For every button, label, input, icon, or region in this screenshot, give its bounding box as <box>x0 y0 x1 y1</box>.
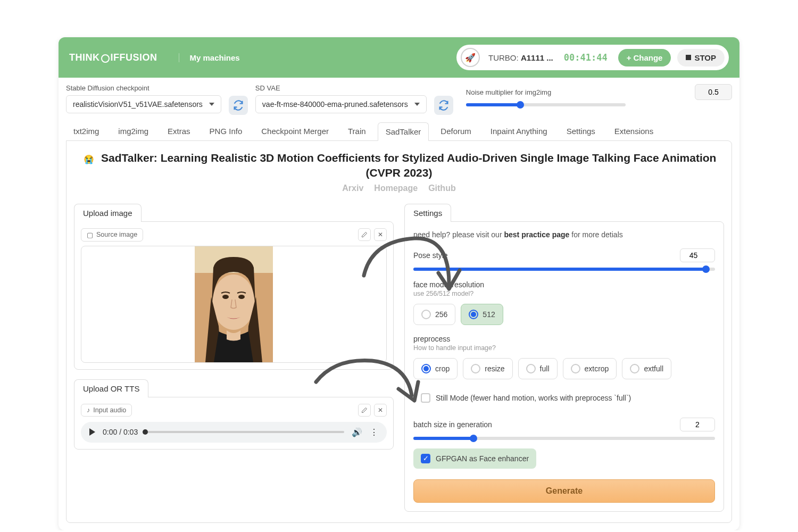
face-portrait-placeholder <box>195 246 273 362</box>
best-practice-link[interactable]: best practice page <box>504 230 569 239</box>
preprocess-radio-extfull[interactable]: extfull <box>622 358 671 379</box>
help-text: need help? please visit our best practic… <box>413 230 715 239</box>
help-prefix: need help? please visit our <box>413 230 504 239</box>
tab-sadtalker[interactable]: SadTalker <box>378 122 429 141</box>
face-res-radio-256[interactable]: 256 <box>413 304 455 325</box>
turbo-model: A1111 ... <box>521 53 553 62</box>
gfpgan-checkbox-row[interactable]: ✓ GFPGAN as Face enhancer <box>413 448 536 469</box>
turbo-label: TURBO: A1111 ... <box>488 53 553 62</box>
clear-image-button[interactable]: ✕ <box>374 228 387 241</box>
radio-label: extcrop <box>585 364 609 373</box>
noise-multiplier-input[interactable] <box>695 84 732 100</box>
change-button-label: Change <box>633 53 662 62</box>
preprocess-label: preprocess <box>413 335 715 343</box>
my-machines-link[interactable]: My machines <box>179 53 240 62</box>
logo-text-1: THINK <box>69 52 100 63</box>
stop-button-label: STOP <box>694 53 716 62</box>
preprocess-radio-crop[interactable]: crop <box>413 358 458 379</box>
image-icon: ▢ <box>87 231 93 239</box>
face-res-radio-512[interactable]: 512 <box>461 304 503 325</box>
preprocess-sublabel: How to handle input image? <box>413 344 715 352</box>
settings-tab[interactable]: Settings <box>404 204 451 222</box>
tab-img2img[interactable]: img2img <box>111 122 156 141</box>
generate-button[interactable]: Generate <box>413 479 715 503</box>
batch-size-slider[interactable] <box>413 437 715 440</box>
paper-link-arxiv[interactable]: Arxiv <box>342 184 363 193</box>
refresh-checkpoint-button[interactable] <box>229 96 248 115</box>
upload-audio-panel: ♪ Input audio ✕ 0:00 / <box>74 397 394 450</box>
audio-time: 0:00 / 0:03 <box>103 428 138 436</box>
preprocess-radio-full[interactable]: full <box>518 358 558 379</box>
music-icon: ♪ <box>87 406 90 414</box>
radio-icon <box>421 310 431 319</box>
help-suffix: for more detials <box>569 230 622 239</box>
settings-panel: need help? please visit our best practic… <box>404 221 724 512</box>
preprocess-radio-resize[interactable]: resize <box>463 358 512 379</box>
toolbar: Stable Diffusion checkpoint realisticVis… <box>59 78 739 115</box>
slider-thumb[interactable] <box>470 435 477 442</box>
stop-icon <box>686 55 691 60</box>
stop-button[interactable]: STOP <box>677 49 725 66</box>
tab-settings[interactable]: Settings <box>559 122 603 141</box>
gfpgan-label: GFPGAN as Face enhancer <box>436 454 529 463</box>
change-button[interactable]: + Change <box>618 49 671 66</box>
radio-label: full <box>540 364 550 373</box>
refresh-icon <box>233 100 244 111</box>
tab-train[interactable]: Train <box>340 122 373 141</box>
refresh-vae-button[interactable] <box>434 96 453 115</box>
app-header: THINK IFFUSION My machines 🚀 TURBO: A111… <box>59 37 739 78</box>
input-audio-chip: ♪ Input audio <box>81 404 132 417</box>
face-res-sublabel: use 256/512 model? <box>413 290 715 297</box>
source-image-preview[interactable] <box>81 246 387 363</box>
close-icon: ✕ <box>378 406 383 414</box>
logo-text-2: IFFUSION <box>111 52 157 63</box>
clear-audio-button[interactable]: ✕ <box>374 404 387 417</box>
pose-style-slider[interactable] <box>413 268 715 271</box>
tab-inpaint-anything[interactable]: Inpaint Anything <box>483 122 555 141</box>
page-title: SadTalker: Learning Realistic 3D Motion … <box>101 152 716 179</box>
sadtalker-emoji-icon: 😭 <box>82 153 96 167</box>
vae-label: SD VAE <box>255 84 427 92</box>
upload-image-tab[interactable]: Upload image <box>74 204 142 222</box>
paper-links: ArxivHomepageGithub <box>74 184 724 193</box>
radio-label: extfull <box>644 364 663 373</box>
pose-style-input[interactable] <box>680 248 715 262</box>
noise-label: Noise multiplier for img2img <box>466 88 551 96</box>
paper-link-homepage[interactable]: Homepage <box>374 184 418 193</box>
session-timer: 00:41:44 <box>564 52 608 63</box>
volume-icon[interactable]: 🔊 <box>352 427 362 437</box>
pencil-icon <box>361 231 368 238</box>
checkpoint-dropdown[interactable]: realisticVisionV51_v51VAE.safetensors <box>66 95 221 113</box>
noise-slider[interactable] <box>466 103 626 106</box>
slider-thumb[interactable] <box>702 265 710 273</box>
audio-seek-slider[interactable] <box>145 431 344 433</box>
edit-image-button[interactable] <box>358 228 371 241</box>
more-icon[interactable]: ⋮ <box>370 427 378 437</box>
edit-audio-button[interactable] <box>358 404 371 417</box>
svg-point-3 <box>222 295 229 299</box>
tab-png-info[interactable]: PNG Info <box>202 122 250 141</box>
audio-current-time: 0:00 <box>103 428 117 436</box>
radio-icon <box>630 364 639 373</box>
still-mode-checkbox-row[interactable]: Still Mode (fewer hand motion, works wit… <box>413 388 715 408</box>
gfpgan-checkbox[interactable]: ✓ <box>421 454 430 463</box>
tab-txt2img[interactable]: txt2img <box>66 122 106 141</box>
tab-extensions[interactable]: Extensions <box>607 122 661 141</box>
batch-size-input[interactable] <box>680 418 715 431</box>
preprocess-radio-extcrop[interactable]: extcrop <box>563 358 617 379</box>
vae-dropdown[interactable]: vae-ft-mse-840000-ema-pruned.safetensors <box>255 95 427 113</box>
tab-checkpoint-merger[interactable]: Checkpoint Merger <box>254 122 336 141</box>
checkpoint-label: Stable Diffusion checkpoint <box>66 84 221 92</box>
audio-player: 0:00 / 0:03 🔊 ⋮ <box>81 422 387 443</box>
upload-tts-tab[interactable]: Upload OR TTS <box>74 379 148 397</box>
logo: THINK IFFUSION <box>69 52 157 63</box>
audio-total-time: 0:03 <box>123 428 138 436</box>
vae-value: vae-ft-mse-840000-ema-pruned.safetensors <box>262 100 408 109</box>
tab-extras[interactable]: Extras <box>160 122 198 141</box>
play-button[interactable] <box>89 428 95 436</box>
slider-thumb[interactable] <box>517 101 524 109</box>
still-mode-checkbox[interactable] <box>421 393 430 403</box>
radio-label: 512 <box>483 310 495 319</box>
tab-deforum[interactable]: Deforum <box>433 122 479 141</box>
paper-link-github[interactable]: Github <box>428 184 456 193</box>
